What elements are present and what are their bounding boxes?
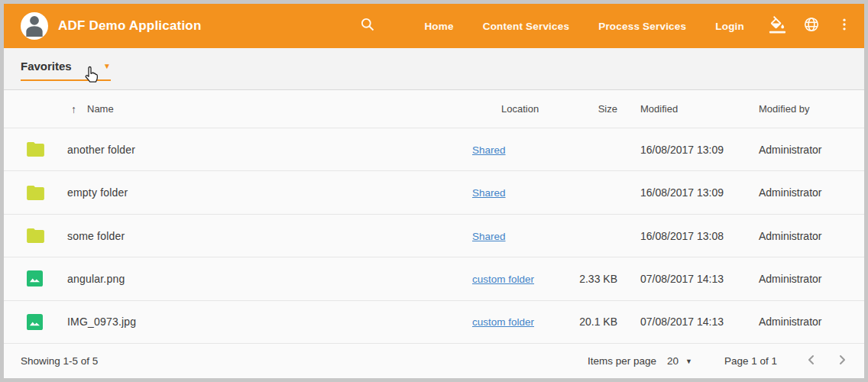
theme-color-button[interactable] [769, 16, 786, 37]
favorites-dropdown[interactable]: Favorites ▼ [21, 60, 111, 81]
size-cell: 2.33 KB [572, 273, 617, 285]
page-indicator: Page 1 of 1 [724, 355, 777, 367]
file-name: angular.png [67, 273, 472, 285]
modified-by-cell: Administrator [750, 230, 849, 242]
person-icon [22, 12, 47, 40]
table-row[interactable]: empty folder Shared 16/08/2017 13:09 Adm… [4, 171, 864, 214]
nav-item-process-services[interactable]: Process Services [598, 21, 686, 32]
previous-page-button[interactable] [806, 354, 816, 367]
chevron-right-icon [837, 354, 847, 367]
location-cell: Shared [472, 186, 572, 199]
favorites-label: Favorites [21, 60, 72, 73]
dropdown-caret-icon: ▼ [685, 358, 692, 365]
size-cell: 20.1 KB [572, 316, 617, 328]
view-selector-bar: Favorites ▼ [4, 48, 864, 90]
items-per-page-value: 20 [667, 355, 679, 367]
modified-cell: 07/08/2017 14:13 [617, 273, 750, 285]
nav-item-content-services[interactable]: Content Services [483, 21, 570, 32]
next-page-button[interactable] [837, 354, 847, 367]
image-file-icon [27, 314, 67, 330]
modified-cell: 16/08/2017 13:09 [617, 144, 750, 156]
modified-by-cell: Administrator [750, 316, 849, 328]
location-link[interactable]: Shared [472, 144, 506, 156]
more-vert-icon [837, 17, 852, 35]
search-icon [360, 17, 375, 35]
file-name: empty folder [67, 186, 472, 199]
modified-by-cell: Administrator [750, 144, 849, 156]
modified-cell: 07/08/2017 14:13 [617, 316, 750, 328]
image-file-icon [27, 270, 67, 286]
column-header-modified-by[interactable]: Modified by [750, 103, 849, 115]
overflow-menu-button[interactable] [837, 17, 852, 35]
file-name: some folder [67, 230, 472, 242]
file-name: another folder [67, 144, 472, 156]
modified-cell: 16/08/2017 13:09 [617, 186, 750, 199]
chevron-left-icon [806, 354, 816, 367]
table-row[interactable]: angular.png custom folder 2.33 KB 07/08/… [4, 257, 864, 300]
column-header-location[interactable]: Location [472, 103, 572, 115]
location-link[interactable]: custom folder [472, 316, 534, 328]
location-cell: Shared [472, 144, 572, 156]
column-header-name[interactable]: ↑ Name [67, 103, 472, 115]
modified-by-cell: Administrator [750, 273, 849, 285]
sort-ascending-icon: ↑ [71, 103, 76, 115]
dropdown-caret-icon: ▼ [103, 63, 111, 70]
table-header-row: ↑ Name Location Size Modified Modified b… [4, 90, 864, 128]
location-cell: custom folder [472, 316, 572, 328]
pagination-bar: Showing 1-5 of 5 Items per page 20 ▼ Pag… [4, 344, 864, 378]
file-name: IMG_0973.jpg [67, 316, 472, 328]
showing-count-label: Showing 1-5 of 5 [21, 355, 98, 367]
table-row[interactable]: another folder Shared 16/08/2017 13:09 A… [4, 128, 864, 171]
folder-icon [27, 228, 67, 243]
location-link[interactable]: Shared [472, 231, 506, 242]
modified-by-cell: Administrator [750, 186, 849, 199]
folder-icon [27, 186, 67, 200]
table-row[interactable]: IMG_0973.jpg custom folder 20.1 KB 07/08… [4, 301, 864, 344]
location-link[interactable]: Shared [472, 187, 506, 199]
location-link[interactable]: custom folder [472, 274, 534, 285]
globe-icon [803, 16, 820, 36]
nav-item-login[interactable]: Login [715, 21, 744, 32]
location-cell: Shared [472, 230, 572, 242]
language-button[interactable] [803, 16, 820, 36]
folder-icon [27, 142, 67, 157]
location-cell: custom folder [472, 273, 572, 285]
app-header: ADF Demo Application Home Content Servic… [4, 4, 864, 48]
items-per-page-select[interactable]: 20 ▼ [667, 355, 692, 367]
format-color-fill-icon [769, 16, 786, 37]
document-list: ↑ Name Location Size Modified Modified b… [4, 90, 864, 344]
app-window: ADF Demo Application Home Content Servic… [0, 0, 868, 382]
app-title: ADF Demo Application [58, 18, 202, 34]
column-header-size[interactable]: Size [572, 103, 617, 115]
items-per-page-label: Items per page [588, 355, 656, 367]
modified-cell: 16/08/2017 13:08 [617, 230, 750, 242]
column-header-modified[interactable]: Modified [617, 103, 750, 115]
search-button[interactable] [360, 17, 375, 35]
nav-item-home[interactable]: Home [424, 21, 453, 32]
user-avatar[interactable] [21, 12, 48, 40]
table-row[interactable]: some folder Shared 16/08/2017 13:08 Admi… [4, 215, 864, 257]
